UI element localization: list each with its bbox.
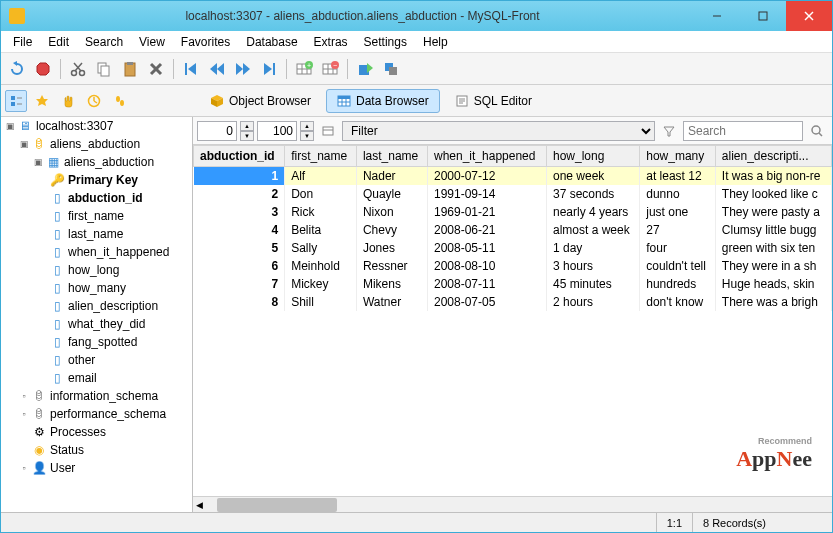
minimize-button[interactable]: [694, 1, 740, 31]
data-cell[interactable]: green with six ten: [715, 239, 831, 257]
data-cell[interactable]: Ressner: [356, 257, 427, 275]
filter-input[interactable]: Filter: [342, 121, 655, 141]
data-cell[interactable]: hundreds: [640, 275, 716, 293]
offset-input[interactable]: [197, 121, 237, 141]
data-cell[interactable]: Rick: [285, 203, 357, 221]
tree-panel[interactable]: ▣🖥 localhost:3307 ▣🛢 aliens_abduction ▣▦…: [1, 117, 193, 512]
data-cell[interactable]: 2008-05-11: [428, 239, 547, 257]
data-cell[interactable]: almost a week: [546, 221, 639, 239]
data-cell[interactable]: 2008-07-05: [428, 293, 547, 311]
clock-button[interactable]: [83, 90, 105, 112]
scrollbar-thumb[interactable]: [217, 498, 337, 512]
table-row[interactable]: 2DonQuayle1991-09-1437 secondsdunnoThey …: [194, 185, 832, 203]
id-cell[interactable]: 1: [194, 167, 285, 186]
first-button[interactable]: [179, 57, 203, 81]
data-cell[interactable]: They looked like c: [715, 185, 831, 203]
stop-button[interactable]: [31, 57, 55, 81]
data-cell[interactable]: couldn't tell: [640, 257, 716, 275]
data-cell[interactable]: Clumsy little bugg: [715, 221, 831, 239]
paste-button[interactable]: [118, 57, 142, 81]
id-cell[interactable]: 6: [194, 257, 285, 275]
data-cell[interactable]: It was a big non-re: [715, 167, 831, 186]
data-cell[interactable]: 2 hours: [546, 293, 639, 311]
tree-column[interactable]: ▯what_they_did: [1, 315, 192, 333]
menu-settings[interactable]: Settings: [356, 33, 415, 51]
tree-column[interactable]: ▯other: [1, 351, 192, 369]
data-cell[interactable]: Watner: [356, 293, 427, 311]
search-input[interactable]: [683, 121, 803, 141]
data-cell[interactable]: 2000-07-12: [428, 167, 547, 186]
favorites-button[interactable]: [31, 90, 53, 112]
footprints-button[interactable]: [109, 90, 131, 112]
column-header[interactable]: when_it_happened: [428, 146, 547, 167]
data-cell[interactable]: There was a brigh: [715, 293, 831, 311]
tree-column[interactable]: ▯how_long: [1, 261, 192, 279]
data-cell[interactable]: Don: [285, 185, 357, 203]
data-cell[interactable]: 2008-06-21: [428, 221, 547, 239]
object-browser-tab[interactable]: Object Browser: [199, 89, 322, 113]
data-cell[interactable]: Nader: [356, 167, 427, 186]
menu-database[interactable]: Database: [238, 33, 305, 51]
prev-button[interactable]: [205, 57, 229, 81]
data-cell[interactable]: Alf: [285, 167, 357, 186]
id-cell[interactable]: 8: [194, 293, 285, 311]
limit-input[interactable]: [257, 121, 297, 141]
column-header[interactable]: alien_descripti...: [715, 146, 831, 167]
data-cell[interactable]: 37 seconds: [546, 185, 639, 203]
maximize-button[interactable]: [740, 1, 786, 31]
tree-column[interactable]: ▯email: [1, 369, 192, 387]
data-cell[interactable]: 1969-01-21: [428, 203, 547, 221]
data-cell[interactable]: four: [640, 239, 716, 257]
next-button[interactable]: [231, 57, 255, 81]
data-cell[interactable]: They were in a sh: [715, 257, 831, 275]
table-row[interactable]: 4BelitaChevy2008-06-21almost a week27Clu…: [194, 221, 832, 239]
column-header[interactable]: first_name: [285, 146, 357, 167]
tree-database[interactable]: ▣🛢 aliens_abduction: [1, 135, 192, 153]
data-cell[interactable]: Shill: [285, 293, 357, 311]
data-cell[interactable]: They were pasty a: [715, 203, 831, 221]
tree-table[interactable]: ▣▦ aliens_abduction: [1, 153, 192, 171]
menu-file[interactable]: File: [5, 33, 40, 51]
table-row[interactable]: 1AlfNader2000-07-12one weekat least 12It…: [194, 167, 832, 186]
limit-up[interactable]: ▲: [300, 121, 314, 131]
table-row[interactable]: 5SallyJones2008-05-111 dayfourgreen with…: [194, 239, 832, 257]
data-cell[interactable]: 27: [640, 221, 716, 239]
tree-toggle-button[interactable]: [5, 90, 27, 112]
data-cell[interactable]: Jones: [356, 239, 427, 257]
tree-information-schema[interactable]: ▫🛢 information_schema: [1, 387, 192, 405]
id-cell[interactable]: 5: [194, 239, 285, 257]
table-row[interactable]: 6MeinholdRessner2008-08-103 hourscouldn'…: [194, 257, 832, 275]
menu-extras[interactable]: Extras: [306, 33, 356, 51]
run-button[interactable]: [353, 57, 377, 81]
data-cell[interactable]: Chevy: [356, 221, 427, 239]
id-cell[interactable]: 4: [194, 221, 285, 239]
cut-button[interactable]: [66, 57, 90, 81]
menu-search[interactable]: Search: [77, 33, 131, 51]
offset-down[interactable]: ▼: [240, 131, 254, 141]
data-cell[interactable]: 2008-07-11: [428, 275, 547, 293]
horizontal-scrollbar[interactable]: ◀: [193, 496, 832, 512]
run-selection-button[interactable]: [379, 57, 403, 81]
filter-apply-button[interactable]: [658, 120, 680, 142]
data-cell[interactable]: at least 12: [640, 167, 716, 186]
data-cell[interactable]: Mikens: [356, 275, 427, 293]
search-button[interactable]: [806, 120, 828, 142]
data-cell[interactable]: Belita: [285, 221, 357, 239]
tree-column[interactable]: ▯how_many: [1, 279, 192, 297]
data-cell[interactable]: dunno: [640, 185, 716, 203]
limit-down[interactable]: ▼: [300, 131, 314, 141]
data-cell[interactable]: 1 day: [546, 239, 639, 257]
table-row[interactable]: 3RickNixon1969-01-21nearly 4 yearsjust o…: [194, 203, 832, 221]
data-cell[interactable]: one week: [546, 167, 639, 186]
copy-button[interactable]: [92, 57, 116, 81]
data-cell[interactable]: Quayle: [356, 185, 427, 203]
id-cell[interactable]: 3: [194, 203, 285, 221]
tree-column[interactable]: ▯alien_description: [1, 297, 192, 315]
tree-primary-key[interactable]: 🔑 Primary Key: [1, 171, 192, 189]
data-browser-tab[interactable]: Data Browser: [326, 89, 440, 113]
sql-editor-tab[interactable]: SQL Editor: [444, 89, 543, 113]
column-header[interactable]: how_many: [640, 146, 716, 167]
refresh-button[interactable]: [5, 57, 29, 81]
tree-column[interactable]: ▯fang_spotted: [1, 333, 192, 351]
data-cell[interactable]: 45 minutes: [546, 275, 639, 293]
